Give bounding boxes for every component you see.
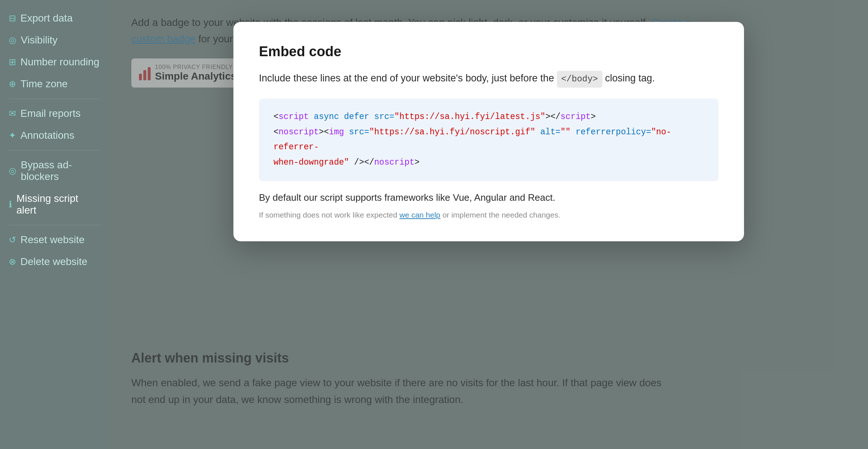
code-block: <script async defer src="https://sa.hyi.…: [259, 99, 718, 181]
sidebar-item-export-data[interactable]: ⊟ Export data: [0, 7, 109, 29]
delete-website-icon: ⊗: [9, 257, 16, 267]
annotations-icon: ✦: [9, 130, 16, 141]
code-line-2: <noscript><img src="https://sa.hyi.fyi/n…: [274, 125, 704, 155]
sidebar-item-time-zone[interactable]: ⊕ Time zone: [0, 73, 109, 95]
sidebar-item-reset-website[interactable]: ↺ Reset website: [0, 229, 109, 251]
export-data-icon: ⊟: [9, 13, 16, 23]
modal-bottom-text: By default our script supports framework…: [259, 192, 718, 203]
sidebar-item-missing-script-alert[interactable]: ℹ Missing script alert: [0, 188, 109, 221]
sidebar-item-number-rounding[interactable]: ⊞ Number rounding: [0, 51, 109, 73]
embed-code-modal: Embed code Include these lines at the en…: [233, 22, 744, 241]
time-zone-icon: ⊕: [9, 79, 16, 89]
sidebar-item-visibility[interactable]: ◎ Visibility: [0, 29, 109, 51]
modal-help-text: If something does not work like expected…: [259, 211, 718, 219]
sidebar-item-bypass-ad-blockers[interactable]: ◎ Bypass ad-blockers: [0, 154, 109, 188]
sidebar-divider-1: [9, 99, 101, 99]
we-can-help-link[interactable]: we can help: [399, 211, 440, 219]
number-rounding-icon: ⊞: [9, 57, 16, 67]
main-content: Add a badge to your website with the ses…: [109, 0, 868, 449]
modal-overlay: Embed code Include these lines at the en…: [109, 0, 868, 449]
visibility-icon: ◎: [9, 35, 16, 45]
code-line-3: when-downgrade" /></noscript>: [274, 155, 704, 170]
sidebar-item-annotations[interactable]: ✦ Annotations: [0, 124, 109, 146]
bypass-ad-blockers-icon: ◎: [9, 166, 16, 176]
modal-description: Include these lines at the end of your w…: [259, 70, 718, 88]
sidebar-divider-3: [9, 225, 101, 225]
sidebar-item-delete-website[interactable]: ⊗ Delete website: [0, 251, 109, 273]
sidebar: ⊟ Export data ◎ Visibility ⊞ Number roun…: [0, 0, 109, 449]
missing-script-alert-icon: ℹ: [9, 199, 12, 210]
body-closing-tag: </body>: [557, 71, 602, 88]
sidebar-divider-2: [9, 150, 101, 150]
email-reports-icon: ✉: [9, 108, 16, 119]
code-line-1: <script async defer src="https://sa.hyi.…: [274, 110, 704, 124]
reset-website-icon: ↺: [9, 235, 16, 245]
sidebar-item-email-reports[interactable]: ✉ Email reports: [0, 103, 109, 124]
modal-title: Embed code: [259, 44, 718, 60]
